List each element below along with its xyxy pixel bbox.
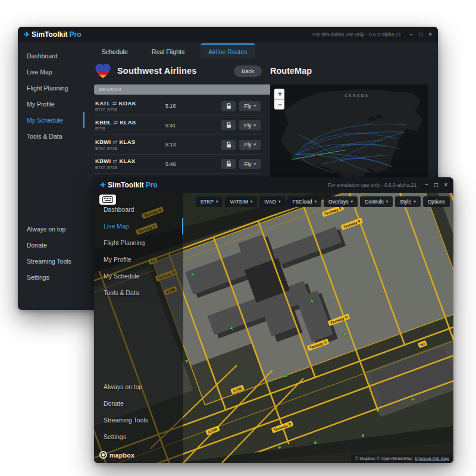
- aircraft-types: B737, B738: [95, 108, 165, 112]
- flight-row[interactable]: KBWI⇄KLAS B737, B738 5:13 Fly▾: [94, 135, 262, 155]
- caret-down-icon: ▾: [250, 199, 253, 204]
- routemap-title: RouteMap: [270, 62, 428, 80]
- zoom-in-button[interactable]: +: [274, 89, 284, 99]
- live-map-window: ✈SimToolkitPro For simulation use only -…: [94, 177, 453, 463]
- lock-flight-button[interactable]: [221, 120, 236, 130]
- maximize-button[interactable]: □: [419, 32, 422, 37]
- back-button[interactable]: Back: [234, 65, 262, 77]
- simulation-note: For simulation use only - 0.6.0-alpha.21: [312, 32, 401, 37]
- options-button[interactable]: Options: [423, 196, 450, 207]
- fly-button[interactable]: Fly▾: [239, 140, 261, 150]
- simulation-note: For simulation use only - 0.6.0-alpha.21: [328, 182, 416, 188]
- plane-logo-icon: ✈: [100, 181, 106, 189]
- close-button[interactable]: ×: [428, 32, 432, 37]
- minimize-button[interactable]: −: [409, 32, 413, 37]
- caret-down-icon: ▾: [315, 199, 317, 204]
- logo-name: SimToolkit: [108, 181, 143, 189]
- flight-duration: 5:13: [165, 142, 193, 148]
- route-arrows-icon: ⇄: [111, 101, 119, 107]
- keyboard-icon: [102, 196, 113, 203]
- sidebar-item-flight-planning[interactable]: Flight Planning: [18, 80, 84, 96]
- map-attribution: © Mapbox © OpenStreetMapImprove this map: [351, 455, 453, 463]
- arrival-code: KLAS: [119, 139, 135, 145]
- controls-menu-button[interactable]: Controls▾: [360, 196, 393, 207]
- sidebar-item-live-map[interactable]: Live Map: [94, 218, 183, 234]
- app-logo: ✈SimToolkitPro: [100, 181, 158, 189]
- aircraft-types: B737, B738: [95, 146, 165, 151]
- attribution-text: © Mapbox © OpenStreetMap: [355, 456, 413, 461]
- caret-down-icon: ▾: [351, 199, 353, 204]
- sidebar-item-always-on-top[interactable]: Always on top: [94, 378, 183, 395]
- sidebar-item-tools-data[interactable]: Tools & Data: [18, 128, 84, 144]
- aircraft-types: B738: [95, 127, 165, 131]
- lock-flight-button[interactable]: [221, 159, 236, 169]
- fly-button[interactable]: Fly▾: [239, 159, 261, 169]
- sidebar-item-my-schedule[interactable]: My Schedule: [94, 268, 183, 284]
- caret-down-icon: ▾: [253, 142, 256, 147]
- sidebar-item-live-map[interactable]: Live Map: [18, 64, 84, 80]
- minimize-button[interactable]: −: [425, 182, 428, 188]
- mapbox-icon: [99, 451, 107, 459]
- fly-button[interactable]: Fly▾: [239, 101, 261, 111]
- flight-row[interactable]: KATL⇄KOAK B737, B738 5:16 Fly▾: [94, 96, 262, 116]
- sidebar-item-dashboard[interactable]: Dashboard: [18, 48, 84, 64]
- sidebar-item-donate[interactable]: Donate: [18, 237, 84, 253]
- overlays-menu-button[interactable]: Overlays▾: [324, 196, 358, 207]
- lock-icon: [226, 122, 231, 129]
- lock-flight-button[interactable]: [221, 101, 236, 111]
- sidebar-item-flight-planning[interactable]: Flight Planning: [94, 234, 183, 251]
- search-input[interactable]: [94, 84, 271, 95]
- titlebar[interactable]: ✈SimToolkitPro For simulation use only -…: [94, 177, 453, 193]
- sidebar-item-settings[interactable]: Settings: [94, 428, 183, 445]
- airline-title: Southwest Airlines: [117, 66, 228, 76]
- sidebar-item-my-schedule[interactable]: My Schedule: [18, 112, 84, 128]
- zoom-out-button[interactable]: −: [274, 99, 284, 109]
- improve-map-link[interactable]: Improve this map: [415, 456, 449, 461]
- stkp-menu-button[interactable]: STKP▾: [196, 196, 223, 207]
- flight-duration: 5:41: [165, 123, 193, 129]
- caret-down-icon: ▾: [278, 199, 281, 204]
- app-logo: ✈SimToolkitPro: [24, 30, 82, 39]
- maximize-button[interactable]: □: [434, 182, 438, 188]
- caret-down-icon: ▾: [216, 199, 218, 204]
- keyboard-shortcuts-button[interactable]: [99, 195, 116, 205]
- caret-down-icon: ▾: [386, 199, 389, 204]
- lock-icon: [226, 103, 231, 109]
- caret-down-icon: ▾: [253, 104, 256, 108]
- caret-down-icon: ▾: [414, 199, 416, 204]
- sidebar-item-settings[interactable]: Settings: [18, 269, 84, 285]
- tab-schedule[interactable]: Schedule: [94, 43, 136, 58]
- style-menu-button[interactable]: Style▾: [395, 196, 420, 207]
- fly-button[interactable]: Fly▾: [239, 120, 261, 130]
- ivao-menu-button[interactable]: IVAO▾: [259, 196, 285, 207]
- close-button[interactable]: ×: [444, 182, 447, 188]
- flight-row[interactable]: KBWI⇄KLAX B737, B738 5:46 Fly▾: [94, 155, 262, 174]
- arrival-code: KLAX: [119, 158, 135, 164]
- tab-airline-routes[interactable]: Airline Routes: [201, 43, 255, 58]
- departure-code: KBWI: [95, 139, 111, 145]
- lock-flight-button[interactable]: [221, 140, 236, 150]
- sidebar-item-tools-data[interactable]: Tools & Data: [94, 284, 183, 301]
- aircraft-types: B737, B738: [95, 165, 165, 170]
- mapbox-logo[interactable]: mapbox: [99, 451, 134, 459]
- logo-suffix: Pro: [70, 30, 82, 39]
- lock-icon: [226, 142, 231, 148]
- flight-duration: 5:16: [165, 103, 193, 109]
- titlebar[interactable]: ✈SimToolkitPro For simulation use only -…: [18, 27, 438, 42]
- vatsim-menu-button[interactable]: VATSIM▾: [225, 196, 257, 207]
- southwest-heart-logo: [94, 62, 112, 79]
- sidebar-item-my-profile[interactable]: My Profile: [18, 96, 84, 112]
- flight-duration: 5:46: [165, 161, 193, 167]
- sidebar-item-my-profile[interactable]: My Profile: [94, 251, 183, 268]
- caret-down-icon: ▾: [253, 162, 256, 167]
- sidebar-item-always-on-top[interactable]: Always on top: [18, 221, 84, 237]
- arrival-code: KLAS: [120, 119, 136, 126]
- sidebar-item-streaming-tools[interactable]: Streaming Tools: [18, 253, 84, 269]
- plane-logo-icon: ✈: [24, 30, 30, 39]
- sidebar-item-donate[interactable]: Donate: [94, 395, 183, 412]
- fscloud-menu-button[interactable]: FSCloud▾: [287, 196, 321, 207]
- sidebar: Dashboard Live Map Flight Planning My Pr…: [18, 42, 84, 310]
- flight-row[interactable]: KBDL⇄KLAS B738 5:41 Fly▾: [94, 116, 262, 136]
- sidebar-item-streaming-tools[interactable]: Streaming Tools: [94, 412, 183, 428]
- tab-real-flights[interactable]: Real Flights: [144, 43, 192, 58]
